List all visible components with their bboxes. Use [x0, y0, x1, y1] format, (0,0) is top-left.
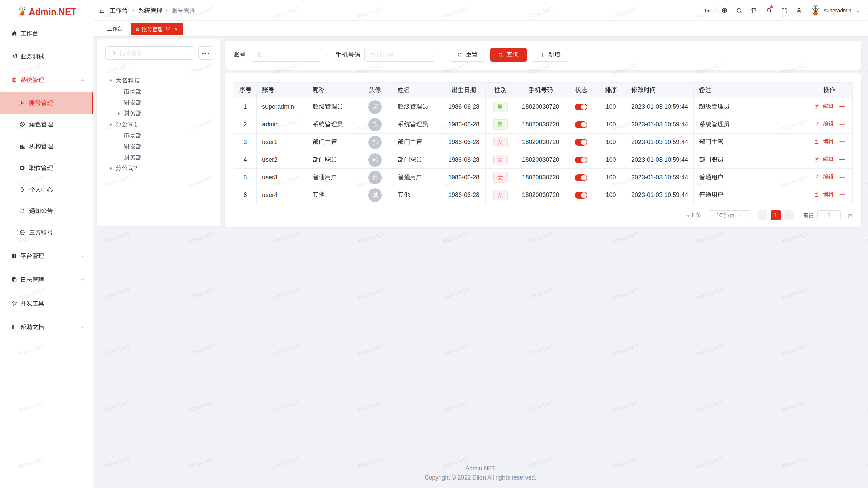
svg-text:T: T	[707, 9, 710, 13]
svg-text:T: T	[704, 8, 707, 13]
